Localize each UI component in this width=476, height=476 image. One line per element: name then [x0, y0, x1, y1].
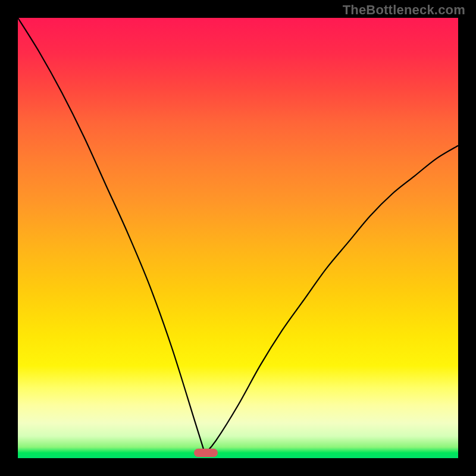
bottleneck-curves	[18, 18, 458, 458]
right-curve	[205, 146, 459, 454]
min-marker	[194, 449, 218, 457]
left-curve	[18, 18, 205, 454]
watermark-text: TheBottleneck.com	[343, 2, 465, 18]
outer-frame: TheBottleneck.com	[0, 0, 476, 476]
plot-area	[18, 18, 458, 458]
